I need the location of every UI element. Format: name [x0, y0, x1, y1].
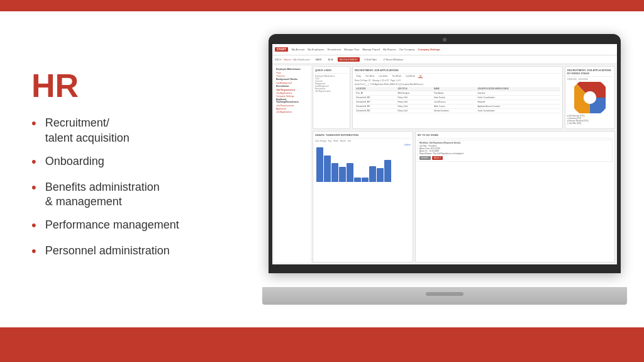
bar	[362, 178, 369, 182]
recruitment-applications-panel: RECRUITMENT: JOB APPLICATIONS Today This…	[352, 66, 563, 129]
tab-main[interactable]: MAIN	[313, 57, 323, 62]
list-item-text: Recruitment/ talent acquisition	[45, 116, 130, 145]
screen-tabs: MAIN ACA RECRUITMENT ✎ Edit Tabs ↺ Reset…	[313, 57, 405, 62]
recruitment-table: LOCATION JOB TITLE NAME JOB APPLICATION …	[355, 87, 560, 113]
table-row: Chesterfield, MO Pastry Chef Glenda Good…	[355, 109, 560, 113]
left-panel: HR • Recruitment/ talent acquisition • O…	[0, 11, 252, 327]
table-row: Fton, MI Web Designer Fran Amato Intervi…	[355, 91, 560, 96]
table-row: Chesterfield, MO Pastry Chef Katie Kovac…	[355, 96, 560, 100]
turnover-tab-usersettings[interactable]: User Settings	[315, 140, 326, 142]
pie-chart-container	[567, 82, 613, 113]
screen-top-row: QUICK LINKS Employee MaintenanceTimeTurn…	[313, 66, 615, 129]
sidebar-link-jobreqs2[interactable]: Job Requirements	[276, 105, 309, 107]
bullet-icon: •	[31, 217, 36, 235]
nav-item-companysettings[interactable]: Company Settings	[418, 48, 440, 51]
screen-nav2: BACK Home > My Dashboard MAIN ACA RECRUI…	[272, 55, 617, 64]
todo-details: Job Title: President Active From: 02-11-…	[419, 145, 464, 155]
pagination-row: Rows On Page: 20 Showing: 1-25 of 25 Pag…	[355, 79, 560, 82]
quick-links-content: Employee MaintenanceTimeTurnoverBackgrou…	[315, 75, 348, 93]
filter-today[interactable]: Today	[355, 75, 362, 78]
bar	[347, 163, 353, 182]
filter-thisweek[interactable]: This Week	[364, 75, 375, 78]
todo-action-buttons: MODIFY REJECT	[419, 156, 611, 160]
start-button[interactable]: START	[275, 47, 288, 52]
nav-item-myemployees[interactable]: My Employees	[308, 48, 324, 51]
bottom-red-bar	[0, 327, 644, 362]
hiring-stage-chart-panel: RECRUITMENT: JOB APPLICATIONS BY HIRING …	[565, 66, 615, 129]
table-row: Chesterfield, MO Pastry Chef Mitch Coree…	[355, 105, 560, 109]
recruitment-filter-row: Today This Week Last Week This Month Las…	[355, 75, 560, 78]
laptop-camera	[443, 38, 447, 42]
todo-item: Workflow: Job Requisition (Requester Act…	[418, 140, 613, 162]
todo-reject-reason: Reject Reason: This Job Requisition is n…	[419, 152, 464, 155]
modify-button[interactable]: MODIFY	[419, 156, 431, 160]
bullet-icon: •	[31, 153, 36, 171]
todo-panel: MY TO DO ITEMS Workflow: Job Requisition…	[415, 131, 615, 263]
laptop-base	[262, 287, 627, 305]
recruitment-header: RECRUITMENT: JOB APPLICATIONS	[355, 69, 560, 74]
turnover-tab-week[interactable]: Week	[333, 140, 338, 142]
list-item: • Personnel administration	[31, 244, 226, 261]
nav-item-myaccount[interactable]: My Account	[292, 48, 305, 51]
list-item-text: Onboarding	[45, 154, 104, 169]
list-item-text: Benefits administration & management	[45, 180, 160, 210]
filter-lastmonth[interactable]: Last Month	[404, 75, 416, 78]
list-item: • Benefits administration & management	[31, 180, 226, 210]
list-item-text: Personnel administration	[45, 244, 170, 258]
sidebar-section-title: Employee Maintenance	[276, 68, 309, 71]
sidebar-section-background: Background Checks	[276, 78, 309, 81]
sidebar-link-companysettings[interactable]: Company Settings	[276, 95, 309, 98]
bullet-list: • Recruitment/ talent acquisition • Onbo…	[31, 116, 226, 269]
turnover-tabs: User Settings Day Week Month Year	[315, 140, 411, 142]
sidebar-link-applicants[interactable]: Applicants	[276, 108, 309, 110]
turnover-panel: GRAPH: TURNOVER DISTRIBUTION User Settin…	[313, 131, 413, 263]
chart-date-range: 13/01/2015 - 12/11/2015	[567, 78, 613, 81]
svg-point-3	[584, 91, 596, 104]
filter-all[interactable]: All	[418, 75, 423, 78]
sidebar-link-time[interactable]: Time	[276, 72, 309, 74]
quick-links-panel: QUICK LINKS Employee MaintenanceTimeTurn…	[313, 66, 350, 129]
sidebar-link-easibackground[interactable]: easiBackground	[276, 82, 309, 84]
sidebar-link-jobreqs[interactable]: Job Requirements	[276, 89, 309, 91]
turnover-tab-day[interactable]: Day	[328, 140, 331, 142]
hiring-stage-header: RECRUITMENT: JOB APPLICATIONS BY HIRING …	[567, 69, 613, 77]
nav-item-myreports[interactable]: My Reports	[383, 48, 396, 51]
reject-button[interactable]: REJECT	[432, 156, 443, 160]
table-row: Chesterfield, MO Pastry Chef Josh Bronso…	[355, 100, 560, 105]
sidebar-link-jobapps[interactable]: Job Applications	[276, 92, 309, 94]
sidebar-link-jobapps2[interactable]: Job Applications	[276, 111, 309, 113]
right-panel: START My Account My Employees Recruitmen…	[252, 11, 644, 327]
quick-links-header: QUICK LINKS	[315, 69, 348, 74]
bar-chart-container	[315, 147, 411, 182]
bar	[324, 156, 331, 182]
nav-item-ourcompany[interactable]: Our Company	[399, 48, 415, 51]
edit-tabs-button[interactable]: ✎ Edit Tabs	[362, 57, 379, 62]
filter-lastweek[interactable]: Last Week	[377, 75, 389, 78]
turnover-tab-month[interactable]: Month	[340, 140, 345, 142]
list-item: • Performance management	[31, 218, 226, 235]
todo-header: MY TO DO ITEMS	[418, 133, 613, 139]
nav-item-recruitment[interactable]: Recruitment	[328, 48, 341, 51]
page-title: HR	[31, 69, 226, 102]
turnover-tab-year[interactable]: Year	[347, 140, 351, 142]
bullet-icon: •	[31, 179, 36, 197]
chart-legend-active: ● Active	[315, 144, 411, 146]
reset-windows-button[interactable]: ↺ Reset Windows	[381, 57, 405, 62]
list-item: • Onboarding	[31, 154, 226, 171]
todo-fields: Job Title: President Active From: 02-11-…	[419, 145, 611, 155]
bullet-icon: •	[31, 242, 36, 261]
nav-item-managepayroll[interactable]: Manage Payroll	[362, 48, 380, 51]
pie-chart	[574, 82, 606, 113]
filter-thismonth[interactable]: This Month	[391, 75, 402, 78]
sidebar-link-turnover[interactable]: Turnover	[276, 75, 309, 77]
laptop-screen: START My Account My Employees Recruitmen…	[272, 44, 617, 264]
tab-recruitment[interactable]: RECRUITMENT	[338, 57, 360, 62]
tab-aca[interactable]: ACA	[326, 57, 335, 62]
laptop-screen-outer: START My Account My Employees Recruitmen…	[269, 34, 621, 273]
bar	[331, 163, 338, 182]
screen-main: QUICK LINKS Employee MaintenanceTimeTurn…	[313, 66, 615, 263]
turnover-header: GRAPH: TURNOVER DISTRIBUTION	[315, 133, 411, 139]
breadcrumb: BACK Home > My Dashboard	[275, 58, 309, 61]
nav-item-managetime[interactable]: Manage Time	[344, 48, 359, 51]
nav-items: My Account My Employees Recruitment Mana…	[292, 48, 440, 51]
